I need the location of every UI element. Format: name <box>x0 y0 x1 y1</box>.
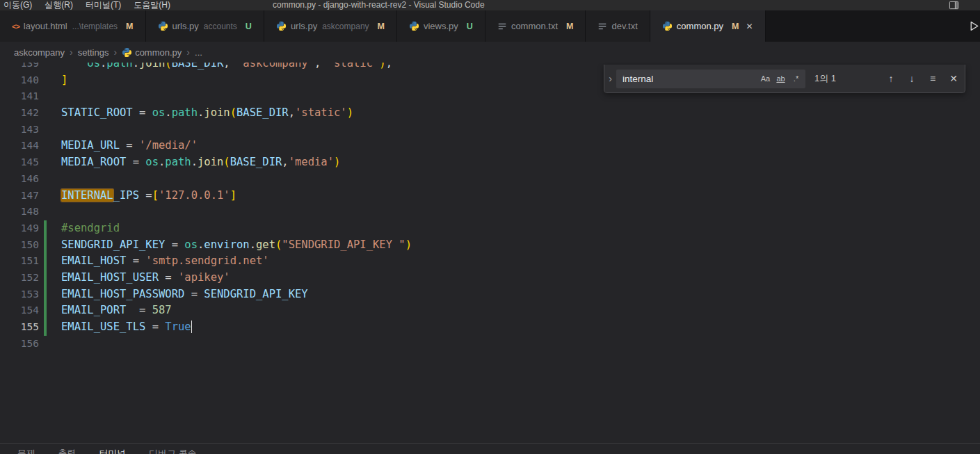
breadcrumb-symbol-ellipsis[interactable]: ... <box>195 47 202 58</box>
tab-label: common.txt <box>511 21 558 31</box>
panel-tab-debug-console[interactable]: 디버그 콘솔 <box>149 448 196 454</box>
next-match-button[interactable]: ↓ <box>904 71 919 86</box>
code-line-143[interactable]: 143 <box>0 122 980 138</box>
code-line-156[interactable]: 156 <box>0 336 980 352</box>
code-line-149[interactable]: 149#sendgrid <box>0 220 980 237</box>
html-file-icon: <> <box>12 22 19 31</box>
line-number[interactable]: 154 <box>0 302 39 319</box>
code-line-153[interactable]: 153EMAIL_HOST_PASSWORD = SENDGRID_API_KE… <box>0 286 980 303</box>
line-number[interactable]: 141 <box>0 88 39 105</box>
breadcrumb-settings[interactable]: settings <box>78 47 109 58</box>
run-python-file-icon[interactable] <box>968 20 980 32</box>
code-token: path <box>172 106 198 119</box>
code-token: = <box>126 254 145 267</box>
run-menu[interactable]: 실행(R) <box>38 0 79 10</box>
tab-bar: <>layout.html...\templatesMurls.pyaccoun… <box>0 10 980 42</box>
match-case-icon[interactable]: Aa <box>758 72 773 86</box>
code-token: BASE_DIR <box>230 156 282 168</box>
code-line-144[interactable]: 144MEDIA_URL = '/media/' <box>0 138 980 154</box>
code-text[interactable] <box>47 88 61 105</box>
line-number[interactable]: 152 <box>0 270 39 286</box>
line-number[interactable]: 142 <box>0 105 39 122</box>
code-token: ( <box>230 106 236 119</box>
terminal-menu[interactable]: 터미널(T) <box>79 0 127 10</box>
code-line-142[interactable]: 142STATIC_ROOT = os.path.join(BASE_DIR,'… <box>0 105 980 122</box>
code-token: _IPS <box>113 189 139 202</box>
panel-tab-terminal[interactable]: 터미널 <box>99 448 127 454</box>
code-text[interactable]: EMAIL_HOST_USER = 'apikey' <box>47 270 230 286</box>
close-tab-icon[interactable]: ✕ <box>746 22 753 31</box>
line-number[interactable]: 156 <box>0 336 39 352</box>
whole-word-icon[interactable]: ab <box>773 72 788 86</box>
code-text[interactable]: #sendgrid <box>47 220 120 237</box>
code-text[interactable]: EMAIL_HOST = 'smtp.sendgrid.net' <box>47 253 269 270</box>
code-text[interactable]: EMAIL_HOST_PASSWORD = SENDGRID_API_KEY <box>47 286 308 303</box>
code-token: "SENDGRID_API_KEY " <box>282 238 405 251</box>
git-status-badge: M <box>378 22 385 31</box>
code-text[interactable]: ] <box>47 72 67 89</box>
tab-dev-txt[interactable]: dev.txt <box>586 10 650 42</box>
line-number[interactable]: 153 <box>0 286 39 303</box>
tab-views-py[interactable]: views.pyU <box>397 10 485 42</box>
code-token: 'media' <box>289 156 334 168</box>
python-file-icon <box>662 21 673 31</box>
code-text[interactable]: MEDIA_URL = '/media/' <box>47 138 198 154</box>
line-number[interactable]: 150 <box>0 237 39 254</box>
code-text[interactable]: STATIC_ROOT = os.path.join(BASE_DIR,'sta… <box>47 105 353 122</box>
line-number[interactable]: 149 <box>0 220 39 237</box>
close-find-icon[interactable]: ✕ <box>946 71 961 86</box>
tab-urls-py-accounts[interactable]: urls.pyaccountsU <box>146 10 264 42</box>
code-line-147[interactable]: 147INTERNAL_IPS =['127.0.0.1'] <box>0 188 980 204</box>
code-text[interactable]: os.path.join(BASE_DIR, 'askcompany', 'st… <box>47 63 392 72</box>
code-line-145[interactable]: 145MEDIA_ROOT = os.path.join(BASE_DIR,'m… <box>0 154 980 171</box>
code-token: ] <box>61 74 67 86</box>
code-token: = <box>120 139 139 152</box>
tab-urls-py-askcompany[interactable]: urls.pyaskcompanyM <box>264 10 397 42</box>
code-text[interactable]: EMAIL_PORT = 587 <box>47 302 172 319</box>
code-text[interactable]: INTERNAL_IPS =['127.0.0.1'] <box>47 188 236 204</box>
line-number[interactable]: 139 <box>0 63 39 72</box>
code-line-151[interactable]: 151EMAIL_HOST = 'smtp.sendgrid.net' <box>0 253 980 270</box>
customize-layout-icon[interactable] <box>949 0 959 10</box>
regex-icon[interactable]: .* <box>789 72 803 86</box>
panel-tab-problems[interactable]: 문제 <box>17 448 35 454</box>
tab-layout-html[interactable]: <>layout.html...\templatesM <box>0 10 146 42</box>
go-menu[interactable]: 이동(G) <box>0 0 38 10</box>
code-line-152[interactable]: 152EMAIL_HOST_USER = 'apikey' <box>0 270 980 286</box>
code-text[interactable] <box>47 204 61 220</box>
line-number[interactable]: 147 <box>0 188 39 204</box>
previous-match-button[interactable]: ↑ <box>883 71 899 86</box>
code-line-146[interactable]: 146 <box>0 171 980 188</box>
code-token: '127.0.0.1' <box>159 189 230 202</box>
find-in-selection-icon[interactable]: ≡ <box>925 71 940 86</box>
line-number[interactable]: 151 <box>0 253 39 270</box>
code-text[interactable] <box>47 122 61 138</box>
line-number[interactable]: 145 <box>0 154 39 171</box>
breadcrumb-separator-icon: › <box>186 47 190 58</box>
code-line-150[interactable]: 150SENDGRID_API_KEY = os.environ.get("SE… <box>0 237 980 254</box>
panel-tab-output[interactable]: 출력 <box>58 448 77 454</box>
breadcrumb-common-py[interactable]: common.py <box>122 47 182 58</box>
line-number[interactable]: 143 <box>0 122 39 138</box>
line-number[interactable]: 144 <box>0 138 39 154</box>
help-menu[interactable]: 도움말(H) <box>127 0 177 10</box>
code-text[interactable] <box>47 171 61 188</box>
code-text[interactable]: MEDIA_ROOT = os.path.join(BASE_DIR,'medi… <box>47 154 340 171</box>
find-query-text[interactable]: internal <box>622 74 757 84</box>
toggle-replace-chevron-icon[interactable]: › <box>604 65 616 92</box>
line-number[interactable]: 148 <box>0 204 39 220</box>
code-text[interactable]: SENDGRID_API_KEY = os.environ.get("SENDG… <box>47 237 412 254</box>
tab-common-txt[interactable]: common.txtM <box>485 10 586 42</box>
line-number[interactable]: 155 <box>0 319 39 336</box>
line-number[interactable]: 140 <box>0 72 39 89</box>
breadcrumb-askcompany[interactable]: askcompany <box>14 47 65 58</box>
code-text[interactable]: EMAIL_USE_TLS = True <box>47 319 192 336</box>
code-line-148[interactable]: 148 <box>0 204 980 220</box>
code-text[interactable] <box>47 336 61 352</box>
code-line-154[interactable]: 154EMAIL_PORT = 587 <box>0 302 980 319</box>
line-number[interactable]: 146 <box>0 171 39 188</box>
find-input[interactable]: internal Aa ab .* <box>616 70 805 88</box>
code-token: EMAIL_HOST_PASSWORD <box>61 288 184 300</box>
tab-common-py[interactable]: common.pyM✕ <box>650 10 766 42</box>
code-line-155[interactable]: 155EMAIL_USE_TLS = True <box>0 319 980 336</box>
